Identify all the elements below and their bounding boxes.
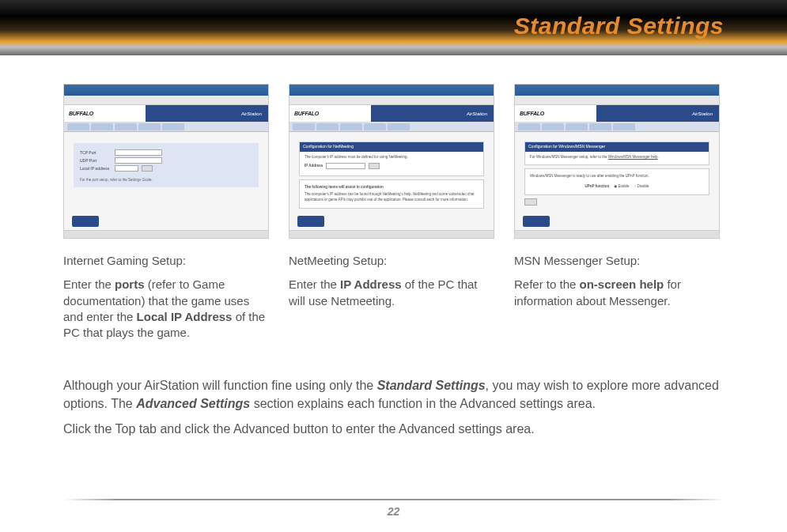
back-button xyxy=(72,216,99,227)
branding-bar: BUFFALO AirStation xyxy=(289,105,494,123)
back-button xyxy=(523,216,550,227)
panel-text: For Windows/MSN Messenger setup, refer t… xyxy=(530,155,704,160)
caption-body: Enter the ports (refer to Game documenta… xyxy=(63,277,269,341)
window-titlebar xyxy=(515,85,719,96)
nav-tab xyxy=(566,123,588,130)
info-panel: Windows/MSN Messenger is ready to use af… xyxy=(524,168,709,195)
caption-messenger: MSN Messenger Setup: Refer to the on-scr… xyxy=(514,253,720,309)
screenshot-gaming: BUFFALO AirStation TCP Port xyxy=(63,84,269,239)
info-panel: Configuration for NetMeeting The compute… xyxy=(299,141,484,176)
nav-tabs xyxy=(515,123,719,132)
nav-tab xyxy=(589,123,611,130)
bottom-paragraphs: Although your AirStation will function f… xyxy=(63,377,724,438)
form-button xyxy=(142,165,153,172)
form-label: UDP Port xyxy=(80,158,112,164)
brand-logo: BUFFALO xyxy=(294,111,319,116)
page-footer: 22 xyxy=(0,499,787,518)
radio-option: ○ Disable xyxy=(634,184,649,190)
brand-text: AirStation xyxy=(692,111,713,116)
caption-netmeeting: NetMeeting Setup: Enter the IP Address o… xyxy=(289,253,494,309)
screenshot-messenger: BUFFALO AirStation Configuration for Win… xyxy=(514,84,720,239)
form-row: IP Address xyxy=(305,163,479,169)
branding-bar: BUFFALO AirStation xyxy=(515,105,719,123)
form-label: TCP Port xyxy=(80,150,112,156)
window-titlebar xyxy=(289,85,494,96)
form-input xyxy=(115,149,162,156)
form-button xyxy=(369,163,380,169)
caption-gaming: Internet Gaming Setup: Enter the ports (… xyxy=(63,253,269,341)
form-row: TCP Port xyxy=(80,149,252,156)
nav-tab xyxy=(364,123,386,130)
branding-bar: BUFFALO AirStation xyxy=(64,105,268,123)
form-input xyxy=(115,165,138,172)
window-statusbar xyxy=(64,230,268,238)
brand-logo: BUFFALO xyxy=(520,111,544,116)
caption-title: MSN Messenger Setup: xyxy=(514,253,720,269)
form-row: UDP Port xyxy=(80,157,252,164)
form-label: Local IP address xyxy=(80,166,112,172)
column-messenger: BUFFALO AirStation Configuration for Win… xyxy=(514,84,724,341)
footer-divider xyxy=(63,499,724,500)
content-area: BUFFALO AirStation TCP Port xyxy=(0,55,787,462)
panel-subheader: The following items will assist in confi… xyxy=(305,185,479,191)
radio-label: UPnP function xyxy=(585,184,609,190)
caption-title: Internet Gaming Setup: xyxy=(63,253,269,269)
column-gaming: BUFFALO AirStation TCP Port xyxy=(63,84,273,341)
screenshots-row: BUFFALO AirStation TCP Port xyxy=(63,84,724,341)
nav-tab xyxy=(162,123,184,130)
radio-row: UPnP function ◉ Enable ○ Disable xyxy=(530,184,704,190)
window-toolbar xyxy=(64,96,268,105)
screenshot-body: Configuration for NetMeeting The compute… xyxy=(289,132,494,218)
panel-text: Windows/MSN Messenger is ready to use af… xyxy=(530,174,704,179)
brand-logo: BUFFALO xyxy=(69,111,93,116)
screenshot-body: Configuration for Windows/MSN Messenger … xyxy=(515,132,719,212)
set-button xyxy=(524,198,537,206)
caption-body: Refer to the on-screen help for informat… xyxy=(514,277,720,309)
nav-tab xyxy=(518,123,540,130)
form-input xyxy=(326,163,365,169)
panel-header: Configuration for NetMeeting xyxy=(300,142,483,152)
nav-tab xyxy=(138,123,161,130)
back-button xyxy=(297,216,324,227)
screenshot-netmeeting: BUFFALO AirStation Configuration for Net… xyxy=(289,84,494,239)
page-number: 22 xyxy=(0,505,787,518)
nav-tab xyxy=(613,123,635,130)
bottom-p1: Although your AirStation will function f… xyxy=(63,377,724,413)
brand-text: AirStation xyxy=(241,111,262,116)
panel-text: The computer's IP address can be found t… xyxy=(305,192,479,203)
bottom-p2: Click the Top tab and click the Advanced… xyxy=(63,421,724,438)
nav-tab xyxy=(388,123,410,130)
panel-header: Configuration for Windows/MSN Messenger xyxy=(525,142,709,152)
nav-tabs xyxy=(289,123,494,132)
nav-tab xyxy=(542,123,564,130)
header-band: Standard Settings xyxy=(0,0,787,55)
radio-option: ◉ Enable xyxy=(614,184,629,190)
nav-tab xyxy=(316,123,339,130)
window-toolbar xyxy=(515,96,719,105)
panel-text: The computer's IP address must be define… xyxy=(305,155,479,160)
nav-tabs xyxy=(64,123,268,132)
form-label: IP Address xyxy=(305,164,323,169)
window-toolbar xyxy=(289,96,494,105)
caption-body: Enter the IP Address of the PC that will… xyxy=(289,277,494,309)
column-netmeeting: BUFFALO AirStation Configuration for Net… xyxy=(289,84,498,341)
window-statusbar xyxy=(515,230,719,238)
nav-tab xyxy=(67,123,89,130)
window-statusbar xyxy=(289,230,494,238)
page-title: Standard Settings xyxy=(514,13,724,40)
window-titlebar xyxy=(64,85,268,96)
nav-tab xyxy=(293,123,315,130)
nav-tab xyxy=(115,123,137,130)
help-text: For the port setup, refer to the Setting… xyxy=(80,178,252,183)
nav-tab xyxy=(91,123,113,130)
nav-tab xyxy=(340,123,362,130)
info-panel: Configuration for Windows/MSN Messenger … xyxy=(524,141,709,165)
caption-title: NetMeeting Setup: xyxy=(289,253,494,269)
screenshot-body: TCP Port UDP Port Local IP address xyxy=(64,132,268,198)
brand-text: AirStation xyxy=(467,111,487,116)
info-panel: The following items will assist in confi… xyxy=(299,179,484,208)
form-row: Local IP address xyxy=(80,165,252,172)
form-input xyxy=(115,157,162,164)
